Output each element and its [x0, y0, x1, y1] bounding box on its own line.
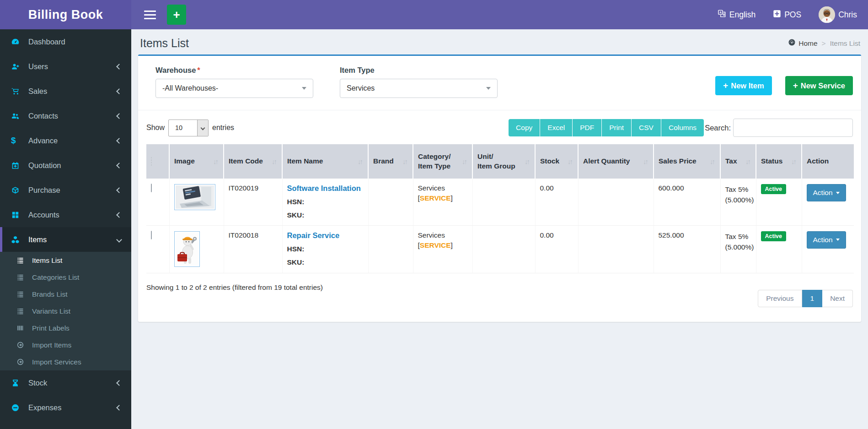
new-service-button[interactable]: + New Service: [785, 76, 853, 95]
columns-button[interactable]: Columns: [661, 119, 704, 136]
row-checkbox[interactable]: [151, 231, 152, 239]
items-table: Image↓↑ Item Code↓↑ Item Name↓↑ Brand↓↑ …: [146, 144, 854, 273]
chevron-left-icon: [116, 212, 122, 218]
entries-select[interactable]: 10: [168, 119, 209, 136]
copy-button[interactable]: Copy: [509, 119, 540, 136]
pdf-button[interactable]: PDF: [573, 119, 602, 136]
select-all-header[interactable]: [146, 144, 169, 179]
hsn-label: HSN:: [287, 198, 364, 206]
entries-selected-value: 10: [169, 120, 197, 136]
column-item-name[interactable]: Item Name↓↑: [282, 144, 368, 179]
row-checkbox[interactable]: [151, 184, 152, 192]
column-tax[interactable]: Tax↓↑: [720, 144, 756, 179]
csv-button[interactable]: CSV: [632, 119, 661, 136]
sidebar-toggle-icon[interactable]: [139, 4, 161, 25]
column-alert-quantity[interactable]: Alert Quantity↓↑: [578, 144, 654, 179]
sidebar-item-purchase[interactable]: Purchase: [0, 178, 131, 202]
column-status[interactable]: Status↓↑: [756, 144, 802, 179]
table-controls: Show 10 entries Copy Excel PDF Print CSV…: [146, 119, 853, 137]
import-icon: [16, 341, 28, 349]
column-category[interactable]: Category/ Item Type↓↑: [413, 144, 472, 179]
show-label: Show: [146, 124, 165, 132]
sidebar-item-accounts[interactable]: Accounts: [0, 202, 131, 227]
language-icon: [718, 9, 726, 20]
action-dropdown-button[interactable]: Action: [807, 231, 846, 249]
warehouse-filter: Warehouse* -All Warehouses-: [155, 66, 313, 98]
sidebar-subitem-import-services[interactable]: Import Services: [0, 353, 131, 370]
sidebar-item-expenses[interactable]: Expenses: [0, 395, 131, 420]
chevron-left-icon: [116, 64, 122, 70]
sidebar-item-users[interactable]: Users: [0, 54, 131, 79]
chevron-left-icon: [116, 138, 122, 144]
row-select-cell: [146, 225, 169, 273]
list-icon: [16, 273, 28, 281]
plus-square-icon: [773, 10, 781, 20]
status-badge: Active: [761, 231, 787, 241]
pos-button[interactable]: POS: [773, 10, 801, 20]
sidebar-item-stock[interactable]: Stock: [0, 370, 131, 395]
sales-price-cell: 600.000: [654, 179, 720, 225]
column-unit[interactable]: Unit/ Item Group↓↑: [472, 144, 535, 179]
sidebar-item-quotation[interactable]: Quotation: [0, 153, 131, 178]
warehouse-select[interactable]: -All Warehouses-: [155, 79, 313, 98]
caret-down-icon: [486, 87, 491, 90]
column-image[interactable]: Image↓↑: [169, 144, 224, 179]
column-brand[interactable]: Brand↓↑: [368, 144, 413, 179]
item-type-select[interactable]: Services: [340, 79, 498, 98]
search-input[interactable]: [733, 119, 853, 137]
app-window: Billing Book + English POS Ch: [0, 0, 868, 429]
sidebar-item-advance[interactable]: $ Advance: [0, 128, 131, 153]
item-name-link[interactable]: Software Installation: [287, 184, 361, 193]
breadcrumb-separator: >: [822, 39, 826, 48]
sidebar-subitem-variants-list[interactable]: Variants List: [0, 303, 131, 320]
list-icon: [16, 256, 28, 264]
sidebar-subitem-brands-list[interactable]: Brands List: [0, 286, 131, 303]
print-button[interactable]: Print: [602, 119, 632, 136]
alert-quantity-cell: [578, 179, 654, 225]
sidebar-subitem-import-items[interactable]: Import Items: [0, 337, 131, 353]
brand-logo[interactable]: Billing Book: [0, 0, 131, 29]
warehouse-selected-value: -All Warehouses-: [162, 84, 302, 92]
action-dropdown-button[interactable]: Action: [807, 184, 846, 201]
unit-cell: [472, 225, 535, 273]
unit-cell: [472, 179, 535, 225]
sidebar-item-items[interactable]: Items: [0, 227, 131, 252]
excel-button[interactable]: Excel: [540, 119, 573, 136]
select-all-checkbox[interactable]: [151, 157, 152, 166]
status-cell: Active: [756, 225, 802, 273]
chevron-down-icon: [116, 237, 122, 243]
items-card: Warehouse* -All Warehouses- Item Type Se…: [138, 54, 861, 322]
sort-icon: ↓↑: [272, 157, 277, 165]
chevron-left-icon: [116, 163, 122, 168]
new-item-button[interactable]: + New Item: [715, 76, 772, 95]
item-type-filter: Item Type Services: [340, 66, 498, 98]
item-name-link[interactable]: Repair Service: [287, 231, 340, 240]
sidebar-item-contacts[interactable]: Contacts: [0, 103, 131, 128]
sidebar-subitem-print-labels[interactable]: Print Labels: [0, 320, 131, 337]
category-cell: Services [SERVICE]: [413, 179, 472, 225]
sidebar-item-sales[interactable]: Sales: [0, 79, 131, 103]
sort-icon: ↓↑: [568, 157, 573, 165]
column-action: Action: [802, 144, 854, 179]
item-image-laptop[interactable]: [174, 184, 215, 210]
show-entries: Show 10 entries: [146, 119, 234, 136]
item-image-repair-mascot[interactable]: [174, 231, 200, 267]
sidebar-subitem-items-list[interactable]: Items List: [0, 252, 131, 269]
sidebar-subitem-categories-list[interactable]: Categories List: [0, 269, 131, 286]
next-page-button[interactable]: Next: [822, 290, 853, 307]
pagination: Previous 1 Next: [758, 290, 853, 307]
quick-add-button[interactable]: +: [167, 5, 186, 25]
sidebar-item-dashboard[interactable]: Dashboard: [0, 29, 131, 54]
breadcrumb-home[interactable]: Home: [788, 38, 817, 48]
previous-page-button[interactable]: Previous: [758, 290, 802, 307]
page-number-button[interactable]: 1: [802, 290, 823, 307]
column-item-code[interactable]: Item Code↓↑: [224, 144, 282, 179]
column-stock[interactable]: Stock↓↑: [535, 144, 578, 179]
language-menu[interactable]: English: [718, 9, 755, 20]
sales-price-cell: 525.000: [654, 225, 720, 273]
sku-label: SKU:: [287, 211, 364, 219]
hsn-label: HSN:: [287, 245, 364, 253]
column-sales-price[interactable]: Sales Price↓↑: [654, 144, 720, 179]
main-content: Items List Home > Items List Warehouse* …: [131, 0, 868, 429]
user-menu[interactable]: Chris: [819, 6, 857, 23]
